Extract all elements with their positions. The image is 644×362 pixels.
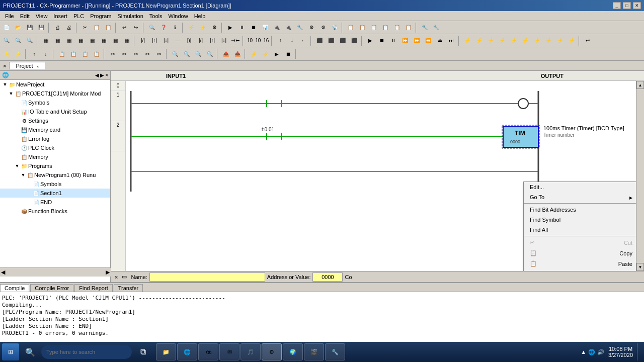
menu-view[interactable]: View	[33, 12, 51, 20]
menu-help[interactable]: Help	[191, 12, 209, 20]
tb2-h9[interactable]: ⚡	[554, 35, 566, 46]
panel-nav-right[interactable]: ▶	[106, 269, 110, 276]
tb3-c3[interactable]: 📋	[79, 48, 91, 59]
tb3-g2[interactable]: ⚡	[260, 48, 271, 59]
tb-b7[interactable]: 🔧	[294, 22, 305, 33]
tb2-b4[interactable]: ▦	[75, 35, 86, 46]
tb3-g1[interactable]: ⚡	[248, 48, 259, 59]
tb3-g4[interactable]: ⏹	[283, 48, 294, 59]
tb-open[interactable]: 📂	[13, 22, 24, 33]
tb-b3[interactable]: ⏹	[248, 22, 259, 33]
tb-c3[interactable]: 📋	[368, 22, 379, 33]
tb2-c9[interactable]: ⊣⊢	[230, 35, 241, 46]
taskbar-app-edge[interactable]: 🌐	[177, 343, 197, 360]
tb3-b1[interactable]: ↑	[29, 48, 40, 59]
addr-input[interactable]	[312, 273, 343, 282]
tb-c4[interactable]: 📋	[380, 22, 391, 33]
name-input[interactable]	[149, 273, 265, 282]
tb3-f1[interactable]: 📤	[220, 48, 231, 59]
scroll-up-btn[interactable]: ▲	[636, 81, 644, 89]
tb2-e2[interactable]: ↓	[286, 35, 297, 46]
taskbar-app-tools[interactable]: 🔧	[325, 343, 345, 360]
tb2-e1[interactable]: ↑	[275, 35, 286, 46]
tb-find[interactable]: 🔍	[146, 22, 157, 33]
tb3-d5[interactable]: ✂	[153, 48, 165, 59]
toggle-newprogram1[interactable]: ▼	[20, 172, 26, 177]
tree-item-plc-clock[interactable]: 🕐 PLC Clock	[0, 143, 110, 152]
tb2-run[interactable]: ▶	[365, 35, 376, 46]
tb-d1[interactable]: 🔧	[419, 22, 430, 33]
tb-b1[interactable]: ▶	[225, 22, 236, 33]
toggle-newproject[interactable]: ▼	[2, 82, 8, 87]
tree-item-function-blocks[interactable]: 📦 Function Blocks	[0, 207, 110, 216]
tb-b9[interactable]: ⚙	[317, 22, 329, 33]
tb-b10[interactable]: 📡	[329, 22, 340, 33]
tree-item-end[interactable]: 📄 END	[0, 198, 110, 207]
toggle-project1[interactable]: ▼	[8, 91, 14, 96]
menu-edit[interactable]: Edit	[17, 12, 33, 20]
tb2-h6[interactable]: ⚡	[520, 35, 531, 46]
tree-item-memory-card[interactable]: 💾 Memory card	[0, 125, 110, 134]
taskbar-app-file-explorer[interactable]: 📁	[156, 343, 176, 360]
tb2-b6[interactable]: ▦	[98, 35, 109, 46]
tb-info[interactable]: ℹ	[170, 22, 181, 33]
tab-find-report[interactable]: Find Report	[74, 284, 112, 292]
tab-compile[interactable]: Compile	[0, 284, 29, 292]
tb3-g3[interactable]: ▶	[271, 48, 282, 59]
tb3-d2[interactable]: ✂	[119, 48, 130, 59]
tb2-b1[interactable]: ▦	[40, 35, 51, 46]
close-button[interactable]: ✕	[633, 2, 641, 9]
tb3-c2[interactable]: 📋	[68, 48, 79, 59]
tb3-a1[interactable]: ⭐	[1, 48, 12, 59]
tb2-c6[interactable]: |/|	[195, 35, 206, 46]
close-panel-btn[interactable]: ×	[113, 274, 120, 280]
tb2-a2[interactable]: 🔍	[13, 35, 24, 46]
tb2-c5[interactable]: |)|	[184, 35, 195, 46]
scroll-down-btn[interactable]: ▼	[636, 263, 644, 271]
tree-close-btn[interactable]: ×	[105, 72, 108, 78]
taskbar-app-mail[interactable]: ✉	[219, 343, 239, 360]
tb2-g1[interactable]: ⏭	[446, 35, 457, 46]
ctx-paste[interactable]: 📋 Paste	[524, 258, 636, 269]
tb-b4[interactable]: 📊	[260, 22, 271, 33]
tb-redo[interactable]: ↪	[130, 22, 141, 33]
tree-item-symbols[interactable]: 📄 Symbols	[0, 98, 110, 107]
tb2-f1[interactable]: ⬛	[314, 35, 325, 46]
tb2-c4[interactable]: —	[172, 35, 183, 46]
tb-b6[interactable]: 🔌	[283, 22, 294, 33]
taskbar-app-store[interactable]: 🛍	[198, 343, 218, 360]
tree-item-newprogram1[interactable]: ▼ 📋 NewProgram1 (00) Runu	[0, 170, 110, 179]
tb2-b7[interactable]: ▦	[110, 35, 121, 46]
menu-simulation[interactable]: Simulation	[114, 12, 146, 20]
tb-print[interactable]: 🖨	[52, 22, 63, 33]
clock[interactable]: 10:08 PM 3/27/2020	[608, 346, 633, 358]
ctx-findsym[interactable]: Find Symbol	[524, 215, 636, 225]
tb2-h2[interactable]: ⚡	[473, 35, 485, 46]
tb3-b2[interactable]: ↓	[40, 48, 51, 59]
tb3-a2[interactable]: ⭐	[13, 48, 24, 59]
menu-program[interactable]: Program	[87, 12, 114, 20]
tree-expand-btn[interactable]: ▶	[100, 72, 104, 78]
tb2-step-over[interactable]: ⏩	[411, 35, 422, 46]
tb3-f2[interactable]: 📥	[232, 48, 243, 59]
tb2-h3[interactable]: ⚡	[485, 35, 496, 46]
tb-save[interactable]: 💾	[24, 22, 35, 33]
ctx-goto[interactable]: Go To	[524, 192, 636, 202]
tb2-16[interactable]: 16	[262, 38, 270, 43]
search-btn[interactable]: 🔍	[20, 343, 40, 360]
tree-item-programs[interactable]: ▼ 📁 Programs	[0, 161, 110, 170]
tb3-d4[interactable]: ✂	[142, 48, 153, 59]
menu-tools[interactable]: Tools	[146, 12, 166, 20]
tb3-e3[interactable]: 🔍	[193, 48, 204, 59]
tb2-b3[interactable]: ▦	[63, 35, 74, 46]
tb-print2[interactable]: 🖨	[63, 22, 74, 33]
systray-up-arrow[interactable]: ▲	[581, 349, 586, 355]
ctx-addrcopy[interactable]: 📋 Address Incremental Copy...	[524, 269, 636, 271]
ctx-edit[interactable]: Edit...	[524, 182, 636, 192]
tb2-c8[interactable]: |↓|	[218, 35, 229, 46]
minimize-button[interactable]: _	[613, 2, 621, 9]
tb-paste[interactable]: 📋	[103, 22, 114, 33]
tb3-e2[interactable]: 🔍	[181, 48, 192, 59]
tb2-e3[interactable]: ←	[298, 35, 309, 46]
tb-c1[interactable]: 📋	[345, 22, 356, 33]
